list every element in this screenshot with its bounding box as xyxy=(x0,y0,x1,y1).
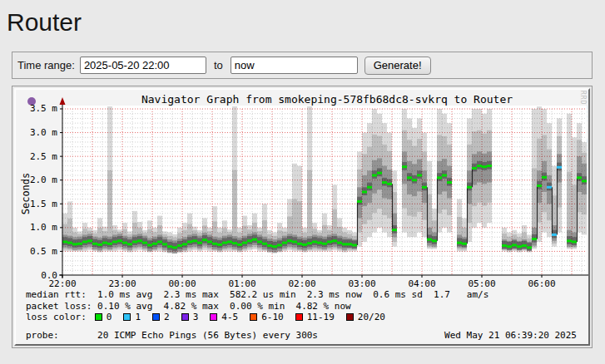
svg-text:3.0 m: 3.0 m xyxy=(30,127,57,138)
svg-text:0.0: 0.0 xyxy=(41,270,57,281)
svg-text:00:00: 00:00 xyxy=(168,278,196,289)
loss-legend-item: 6-10 xyxy=(250,312,284,322)
svg-text:06:00: 06:00 xyxy=(528,278,555,289)
time-range-label: Time range: xyxy=(17,59,75,71)
loss-legend-item: 1 xyxy=(123,312,141,322)
median-rtt-stats: median rtt: 1.0 ms avg 2.3 ms max 582.2 … xyxy=(26,289,588,300)
loss-color-legend: loss color: 01234-56-1011-1920/20 xyxy=(26,312,588,322)
svg-text:01:00: 01:00 xyxy=(228,278,255,289)
loss-legend-item: 4-5 xyxy=(210,312,238,322)
loss-color-swatch xyxy=(152,313,160,321)
loss-legend-item: 2 xyxy=(152,312,170,322)
loss-color-label: loss color: xyxy=(26,312,87,322)
loss-color-swatch xyxy=(295,313,303,321)
end-time-input[interactable] xyxy=(231,57,358,74)
graph-panel: Navigator Graph from smokeping-578fb68dc… xyxy=(12,86,593,348)
time-range-form: Time range: to Generate! xyxy=(12,52,593,79)
loss-color-items: 01234-56-1011-1920/20 xyxy=(95,312,397,322)
loss-color-swatch xyxy=(346,313,354,321)
loss-color-swatch xyxy=(181,313,189,321)
svg-text:04:00: 04:00 xyxy=(408,278,435,289)
loss-color-swatch xyxy=(250,313,257,321)
loss-legend-item: 0 xyxy=(95,312,112,322)
svg-text:2.0 m: 2.0 m xyxy=(30,175,57,185)
svg-text:03:00: 03:00 xyxy=(348,278,375,289)
page: Router Time range: to Generate! Navigato… xyxy=(0,0,605,355)
generated-timestamp: Wed May 21 06:39:20 2025 xyxy=(444,330,577,341)
svg-text:1.5 m: 1.5 m xyxy=(30,199,57,209)
probe-text: probe: 20 ICMP Echo Pings (56 Bytes) eve… xyxy=(26,330,318,341)
probe-line: probe: 20 ICMP Echo Pings (56 Bytes) eve… xyxy=(26,330,588,341)
latency-chart[interactable]: 22:0023:0000:0001:0002:0003:0004:0005:00… xyxy=(26,95,590,291)
svg-text:05:00: 05:00 xyxy=(468,278,495,289)
loss-legend-item: 11-19 xyxy=(295,312,335,322)
svg-text:3.5 m: 3.5 m xyxy=(30,103,57,114)
svg-text:23:00: 23:00 xyxy=(108,278,136,289)
generate-button[interactable]: Generate! xyxy=(364,57,431,75)
svg-text:2.5 m: 2.5 m xyxy=(30,151,57,162)
packet-loss-stats: packet loss: 0.10 % avg 4.82 % max 0.00 … xyxy=(26,301,588,312)
start-time-input[interactable] xyxy=(80,57,206,74)
page-title: Router xyxy=(7,8,598,37)
loss-color-swatch xyxy=(95,313,102,321)
svg-text:02:00: 02:00 xyxy=(288,278,315,289)
loss-legend-item: 3 xyxy=(181,312,199,322)
loss-legend-item: 20/20 xyxy=(346,312,385,322)
to-label: to xyxy=(214,59,223,71)
svg-text:0.5 m: 0.5 m xyxy=(30,246,57,257)
loss-color-swatch xyxy=(210,313,217,321)
loss-color-swatch xyxy=(123,313,131,321)
smokeping-graph-image: Navigator Graph from smokeping-578fb68dc… xyxy=(14,88,590,346)
svg-text:1.0 m: 1.0 m xyxy=(30,222,57,233)
